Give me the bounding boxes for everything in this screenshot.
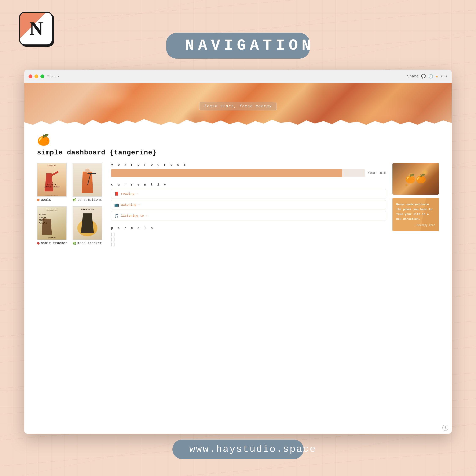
reading-text: reading - (121, 192, 138, 196)
year-progress-label: y e a r p r o g r e s s (111, 163, 386, 167)
consumptions-label: 🌿 consumptions (73, 198, 105, 202)
poster4-text: MARCH 15, 1999 (74, 208, 100, 210)
back-icon[interactable]: ← (52, 74, 54, 79)
comment-icon[interactable]: 💬 (421, 74, 426, 79)
goals-dot (37, 199, 40, 201)
parcel-item-2 (111, 238, 386, 241)
more-icon[interactable]: ••• (441, 74, 447, 79)
browser-chrome: ≡ ← → Share 💬 🕐 ★ ••• (24, 70, 452, 83)
notion-n-letter: N (29, 18, 43, 40)
star-icon[interactable]: ★ (436, 74, 438, 79)
parcel-item-1 (111, 233, 386, 236)
currently-section: c u r r e n t l y 📕 reading - 📺 watching… (111, 183, 386, 221)
navigation-banner: NAVIGATION (166, 33, 310, 59)
dashboard-title: simple dashboard {tangerine} (37, 149, 439, 156)
poster3-text1: AMSTERDAM (39, 209, 65, 211)
forward-icon[interactable]: → (56, 74, 59, 79)
listening-icon: 🎵 (114, 213, 119, 218)
poster-habit: AMSTERDAM STEENDRUKKERIJAMAND AMSTERDAM (37, 206, 67, 240)
listening-text: listening to - (121, 214, 148, 218)
watching-text: watching - (121, 203, 140, 207)
parcels-label: p a r c e l s (111, 226, 386, 230)
poster4-figure (80, 213, 95, 233)
nav-card-consumptions[interactable]: 🌿 consumptions (73, 163, 105, 203)
progress-label: Year: 91% (368, 171, 386, 175)
watching-icon: 📺 (114, 203, 119, 207)
browser-controls: ≡ ← → (47, 74, 59, 79)
url-banner: www.haystudio.space (172, 440, 304, 459)
year-progress-section: y e a r p r o g r e s s Year: 91% (111, 163, 386, 177)
mood-label: 🌿 mood tracker (73, 241, 105, 245)
currently-listening[interactable]: 🎵 listening to - (111, 211, 386, 221)
poster1-text-bot: Distribution GRATUITE (39, 194, 65, 196)
clock-icon[interactable]: 🕐 (428, 74, 433, 79)
parcel-checkbox-1[interactable] (111, 233, 115, 236)
traffic-light-red[interactable] (29, 74, 32, 78)
reading-icon: 📕 (114, 191, 119, 196)
parcel-checkbox-3[interactable] (111, 243, 115, 246)
parcels-section: p a r c e l s (111, 226, 386, 246)
browser-window: ≡ ← → Share 💬 🕐 ★ ••• fresh start, fresh… (24, 70, 452, 434)
poster-consumptions (73, 163, 102, 197)
poster2-umbrella-top (87, 173, 96, 174)
notion-logo: N (19, 12, 53, 46)
traffic-light-yellow[interactable] (34, 74, 38, 78)
quote-author: - Germany Kent (396, 224, 435, 227)
navigation-title: NAVIGATION (185, 37, 291, 54)
tangerine-photo: 🍊🍊 (392, 163, 439, 195)
parcel-item-3 (111, 243, 386, 246)
progress-bar-container: Year: 91% (111, 169, 386, 177)
nav-card-mood[interactable]: MARCH 15, 1999 🌿 mood tracker (73, 206, 105, 246)
progress-bar-track (111, 169, 365, 177)
url-text: www.haystudio.space (189, 444, 287, 455)
currently-items: 📕 reading - 📺 watching - 🎵 listening to … (111, 189, 386, 221)
nav-cards-grid: DÉPÊCHE LADÉPÊCHEGRAND FORMAT Distributi… (37, 163, 105, 246)
main-content: 🍊 simple dashboard {tangerine} DÉPÊCHE L… (24, 130, 452, 255)
nav-card-habit[interactable]: AMSTERDAM STEENDRUKKERIJAMAND AMSTERDAM … (37, 206, 69, 246)
browser-actions: Share 💬 🕐 ★ ••• (407, 74, 447, 79)
traffic-lights (29, 74, 44, 78)
browser-content: fresh start, fresh energy 🍊 simple dashb… (24, 83, 452, 434)
habit-label: habit tracker (37, 241, 69, 245)
currently-watching[interactable]: 📺 watching - (111, 200, 386, 209)
traffic-light-green[interactable] (40, 74, 44, 78)
poster-mood: MARCH 15, 1999 (73, 206, 102, 240)
photo-emoji: 🍊🍊 (405, 174, 426, 184)
tangerine-emoji: 🍊 (37, 134, 439, 147)
poster3-figure (42, 218, 52, 235)
parcel-checkbox-2[interactable] (111, 238, 115, 241)
currently-label: c u r r e n t l y (111, 183, 386, 187)
nav-card-goals[interactable]: DÉPÊCHE LADÉPÊCHEGRAND FORMAT Distributi… (37, 163, 69, 203)
mood-icon: 🌿 (73, 242, 76, 245)
poster3-footer: AMSTERDAM (39, 237, 65, 238)
progress-bar-fill (111, 169, 342, 177)
goals-label: goals (37, 198, 69, 202)
habit-dot (37, 242, 40, 245)
right-column: 🍊🍊 Never underestimate the power you hav… (392, 163, 439, 246)
header-section: fresh start, fresh energy (24, 83, 452, 130)
help-button[interactable]: ? (442, 425, 448, 431)
quote-card: Never underestimate the power you have t… (392, 198, 439, 231)
share-button[interactable]: Share (407, 74, 419, 79)
poster1-text-mid: LADÉPÊCHEGRAND FORMAT (39, 182, 65, 188)
poster-goals: DÉPÊCHE LADÉPÊCHEGRAND FORMAT Distributi… (37, 163, 67, 197)
header-tagline: fresh start, fresh energy (199, 102, 277, 110)
middle-column: y e a r p r o g r e s s Year: 91% c u r … (111, 163, 386, 246)
photo-overlay: 🍊🍊 (392, 163, 439, 195)
quote-text: Never underestimate the power you have t… (396, 202, 435, 222)
content-grid: DÉPÊCHE LADÉPÊCHEGRAND FORMAT Distributi… (37, 163, 439, 246)
parcels-items (111, 233, 386, 246)
menu-icon[interactable]: ≡ (47, 74, 50, 79)
currently-reading[interactable]: 📕 reading - (111, 189, 386, 198)
poster1-text-top: DÉPÊCHE (39, 165, 65, 167)
torn-paper-effect (24, 117, 452, 130)
poster2-dress (82, 171, 93, 193)
consumptions-icon: 🌿 (73, 198, 76, 202)
poster2-head (85, 169, 90, 173)
